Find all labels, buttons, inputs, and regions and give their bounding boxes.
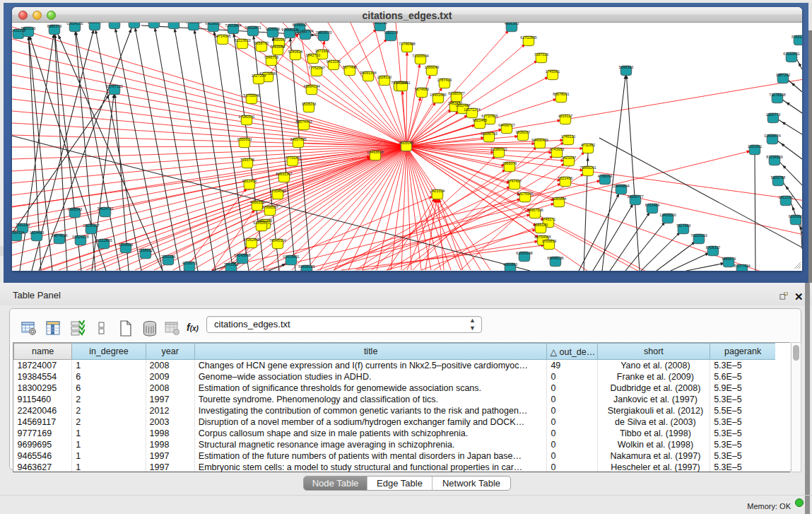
svg-text:7889579: 7889579 <box>722 257 736 261</box>
svg-text:3285884: 3285884 <box>552 197 567 201</box>
svg-text:6193990: 6193990 <box>789 214 802 218</box>
svg-text:00524278: 00524278 <box>72 235 89 239</box>
svg-text:80112805: 80112805 <box>95 238 112 243</box>
svg-text:9821465: 9821465 <box>473 118 488 122</box>
svg-text:72423884: 72423884 <box>225 23 242 28</box>
svg-text:5098393: 5098393 <box>619 65 634 69</box>
svg-text:13433200: 13433200 <box>659 213 676 217</box>
svg-text:82175946: 82175946 <box>517 192 534 196</box>
svg-text:71906594: 71906594 <box>412 54 429 58</box>
svg-text:98084124: 98084124 <box>12 230 25 235</box>
svg-text:71746488: 71746488 <box>399 42 416 46</box>
svg-text:4216073: 4216073 <box>182 261 197 265</box>
svg-text:86578091: 86578091 <box>553 92 570 96</box>
svg-text:61595148: 61595148 <box>516 251 533 255</box>
svg-text:01429401: 01429401 <box>283 255 300 259</box>
svg-text:5466889: 5466889 <box>271 45 286 49</box>
svg-text:51850671: 51850671 <box>253 221 270 225</box>
svg-text:7770143: 7770143 <box>286 156 300 160</box>
svg-text:73178108: 73178108 <box>769 93 786 97</box>
svg-text:29946804: 29946804 <box>613 184 630 188</box>
svg-text:87234309: 87234309 <box>766 155 783 159</box>
svg-text:28809570: 28809570 <box>315 30 332 35</box>
svg-text:3709859: 3709859 <box>542 239 557 243</box>
svg-text:51462704: 51462704 <box>297 29 314 33</box>
svg-text:1745961: 1745961 <box>546 69 560 74</box>
svg-text:65787133: 65787133 <box>106 84 123 88</box>
svg-text:15451680: 15451680 <box>430 93 447 97</box>
svg-text:64835030: 64835030 <box>185 23 202 24</box>
svg-text:25135427: 25135427 <box>83 223 100 228</box>
svg-text:94406409: 94406409 <box>531 138 548 142</box>
svg-text:3387262: 3387262 <box>776 73 791 77</box>
svg-text:1824493: 1824493 <box>30 230 45 235</box>
svg-text:1226916: 1226916 <box>266 27 281 31</box>
svg-text:7346706: 7346706 <box>264 55 279 59</box>
svg-text:9743953: 9743953 <box>550 147 565 151</box>
svg-text:80831367: 80831367 <box>276 172 293 176</box>
svg-text:2328120: 2328120 <box>377 75 392 79</box>
svg-text:6998543: 6998543 <box>68 207 83 211</box>
svg-text:97848018: 97848018 <box>281 28 298 32</box>
svg-text:3518233: 3518233 <box>302 102 317 106</box>
svg-text:9912419: 9912419 <box>242 179 257 183</box>
svg-text:1969379: 1969379 <box>502 161 517 165</box>
svg-text:53755646: 53755646 <box>243 93 260 98</box>
svg-text:1746120: 1746120 <box>561 134 576 139</box>
svg-text:5430391: 5430391 <box>373 23 388 25</box>
svg-text:7917693: 7917693 <box>676 223 691 228</box>
svg-text:5009788: 5009788 <box>771 175 786 180</box>
svg-text:62386922: 62386922 <box>490 147 507 151</box>
svg-text:2787429: 2787429 <box>437 78 452 82</box>
svg-text:4745171: 4745171 <box>541 217 556 221</box>
svg-text:3158692: 3158692 <box>139 248 153 252</box>
svg-text:54145868: 54145868 <box>234 253 251 257</box>
svg-text:9421047: 9421047 <box>562 156 577 160</box>
svg-text:49894134: 49894134 <box>303 84 320 88</box>
svg-text:4896383: 4896383 <box>505 23 519 25</box>
svg-text:3747407: 3747407 <box>507 179 522 183</box>
svg-text:34714345: 34714345 <box>214 34 231 38</box>
svg-text:0812191: 0812191 <box>779 195 794 199</box>
svg-text:1671902: 1671902 <box>315 49 330 53</box>
svg-text:76945314: 76945314 <box>269 238 286 243</box>
svg-text:36995777: 36995777 <box>627 194 644 199</box>
svg-text:1399049: 1399049 <box>425 65 440 69</box>
svg-text:4711382: 4711382 <box>581 143 595 147</box>
svg-text:7187026: 7187026 <box>534 52 549 57</box>
svg-text:1627204: 1627204 <box>252 74 266 78</box>
svg-text:6690967: 6690967 <box>272 37 287 42</box>
svg-text:76320163: 76320163 <box>690 233 707 238</box>
svg-text:34624751: 34624751 <box>97 206 114 211</box>
svg-text:85574443: 85574443 <box>295 119 312 124</box>
svg-text:02606474: 02606474 <box>764 134 781 138</box>
svg-text:4060883: 4060883 <box>503 262 518 267</box>
svg-text:55886753: 55886753 <box>481 132 498 136</box>
svg-text:55698169: 55698169 <box>298 264 315 269</box>
svg-text:6658760: 6658760 <box>254 41 269 45</box>
svg-text:62702895: 62702895 <box>520 35 537 40</box>
svg-text:81223623: 81223623 <box>234 38 251 42</box>
svg-text:4316117: 4316117 <box>558 114 572 118</box>
svg-text:13493618: 13493618 <box>367 150 384 154</box>
svg-text:6204505: 6204505 <box>119 243 134 247</box>
svg-text:9521456: 9521456 <box>558 176 573 180</box>
svg-text:2421024: 2421024 <box>430 189 445 193</box>
svg-text:0330923: 0330923 <box>237 137 252 141</box>
svg-text:37631165: 37631165 <box>791 35 802 39</box>
svg-text:4005045: 4005045 <box>399 141 414 145</box>
svg-text:60385977: 60385977 <box>448 91 465 95</box>
svg-text:87277434: 87277434 <box>734 264 751 268</box>
svg-text:7182278: 7182278 <box>384 30 399 35</box>
svg-text:7991183: 7991183 <box>16 223 30 227</box>
svg-text:7193745: 7193745 <box>240 158 255 162</box>
svg-text:9636057: 9636057 <box>516 130 531 134</box>
svg-text:3685160: 3685160 <box>534 223 548 227</box>
svg-text:1326773: 1326773 <box>766 112 781 117</box>
svg-text:8677496: 8677496 <box>343 65 358 69</box>
svg-text:7543303: 7543303 <box>224 262 239 267</box>
svg-text:04499727: 04499727 <box>498 123 515 127</box>
svg-text:99091334: 99091334 <box>360 71 377 75</box>
svg-text:65648236: 65648236 <box>547 256 564 260</box>
svg-text:5240824: 5240824 <box>288 49 303 54</box>
